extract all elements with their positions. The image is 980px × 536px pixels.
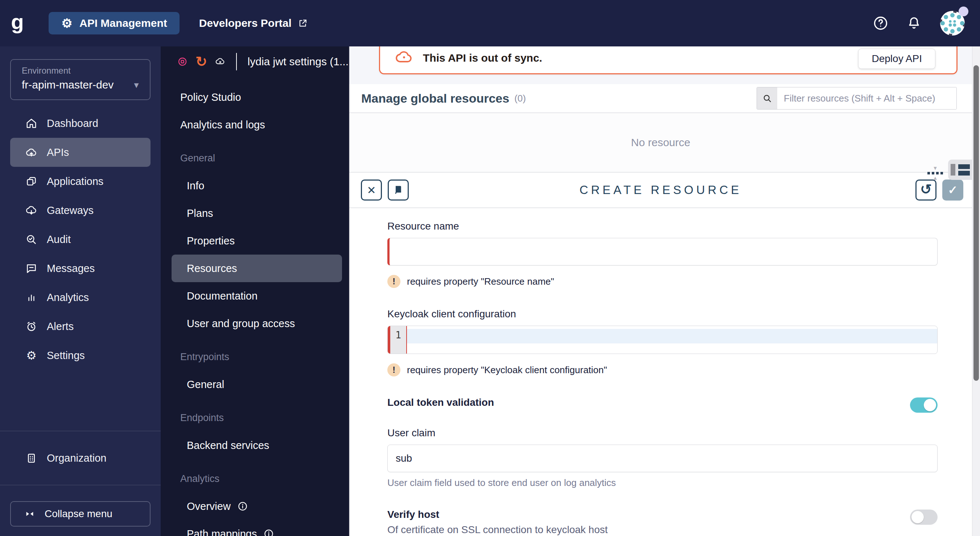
sidebar-item-label: Alerts: [47, 321, 74, 332]
api-menu-path-mappings[interactable]: Path mappings: [172, 520, 342, 536]
cloud-upload-icon: [25, 146, 37, 159]
documentation-book-button[interactable]: [388, 180, 409, 200]
home-icon: [25, 118, 37, 129]
sidebar-item-applications[interactable]: Applications: [10, 167, 151, 196]
out-of-sync-icon: ↻: [196, 55, 207, 68]
local-token-validation-toggle[interactable]: [910, 398, 937, 413]
scrollbar[interactable]: [972, 46, 980, 536]
api-menu-plans[interactable]: Plans: [172, 199, 342, 227]
sidebar-item-label: Settings: [47, 350, 85, 361]
api-menu-section-entrypoints: Entrypoints: [172, 343, 342, 371]
sidebar-item-analytics[interactable]: Analytics: [10, 283, 151, 312]
close-button[interactable]: ✕: [361, 180, 382, 200]
resource-count: (0): [514, 93, 526, 104]
api-menu-policy-studio[interactable]: Policy Studio: [172, 83, 342, 111]
api-menu-section-general: General: [172, 144, 342, 172]
help-icon[interactable]: [873, 15, 889, 31]
user-claim-label: User claim: [387, 427, 937, 439]
sidebar-item-label: Audit: [47, 234, 71, 245]
sync-warning-cloud-icon: [395, 48, 414, 66]
sidebar-item-label: Organization: [47, 452, 106, 464]
app-switcher-api-management[interactable]: ⚙ API Management: [49, 12, 180, 35]
api-menu-analytics-and-logs[interactable]: Analytics and logs: [172, 111, 342, 138]
resource-name-label: Resource name: [387, 221, 937, 232]
reset-icon: ↺: [920, 183, 932, 196]
warning-icon: !: [387, 363, 401, 377]
alarm-clock-icon: [25, 321, 37, 332]
bar-chart-icon: [25, 291, 37, 304]
chevron-down-icon: ▾: [134, 80, 138, 91]
filter-resources-input[interactable]: [777, 87, 956, 109]
empty-state-text: No resource: [631, 136, 690, 149]
out-of-sync-banner: This API is out of sync. Deploy API: [379, 46, 958, 74]
sidebar-item-label: Dashboard: [47, 118, 98, 129]
developers-portal-link[interactable]: Developers Portal: [199, 17, 308, 29]
collapse-menu-button[interactable]: Collapse menu: [10, 501, 151, 526]
sidebar-item-dashboard[interactable]: Dashboard: [10, 109, 151, 138]
user-avatar[interactable]: [939, 10, 966, 36]
primary-nav: Dashboard APIs Applications Gateways: [10, 109, 151, 370]
environment-value: fr-apim-master-dev: [22, 79, 113, 91]
create-resource-form: Resource name ! requires property "Resou…: [349, 208, 972, 536]
sidebar-item-alerts[interactable]: Alerts: [10, 312, 151, 341]
keycloak-config-editor[interactable]: 1: [387, 326, 937, 354]
line-number: 1: [390, 326, 406, 353]
api-menu-resources[interactable]: Resources: [172, 254, 342, 282]
confirm-create-button[interactable]: ✓: [942, 180, 963, 200]
api-menu-backend-services[interactable]: Backend services: [172, 431, 342, 459]
organization-icon: [25, 452, 37, 464]
create-resource-header: ✕ CREATE RESOURCE ↺ ✓: [349, 173, 972, 207]
search-icon: [757, 87, 777, 109]
split-view-toggle-icon[interactable]: [948, 159, 972, 180]
environment-selector[interactable]: Environment fr-apim-master-dev ▾: [10, 59, 151, 100]
header-divider: [236, 53, 237, 70]
deploy-api-button[interactable]: Deploy API: [858, 49, 935, 69]
resources-panel: Manage global resources (0) No resource: [349, 84, 972, 536]
app-switcher-label: API Management: [80, 17, 167, 29]
api-menu-entrypoints-general[interactable]: General: [172, 371, 342, 398]
api-menu-overview[interactable]: Overview: [172, 493, 342, 520]
resources-empty-area: No resource ▾ ▴: [349, 113, 972, 172]
verify-host-toggle[interactable]: [910, 509, 937, 525]
keycloak-config-error: requires property "Keycloak client confi…: [407, 364, 607, 376]
sidebar-item-gateways[interactable]: Gateways: [10, 196, 151, 225]
api-menu-user-group-access[interactable]: User and group access: [172, 310, 342, 337]
panel-resize-handle[interactable]: ▾ ▴: [928, 165, 943, 181]
banner-message: This API is out of sync.: [423, 52, 542, 64]
active-line-highlight: [407, 329, 937, 344]
check-icon: ✓: [948, 183, 958, 197]
scrollbar-thumb[interactable]: [974, 65, 979, 381]
sidebar-item-label: APIs: [47, 146, 69, 159]
api-menu-section-endpoints: Endpoints: [172, 404, 342, 431]
audit-search-check-icon: [25, 234, 37, 245]
collapse-menu-label: Collapse menu: [45, 508, 113, 520]
warning-icon: !: [387, 275, 401, 288]
api-menu-properties[interactable]: Properties: [172, 227, 342, 254]
user-claim-input[interactable]: [387, 445, 937, 472]
gravitee-logo[interactable]: g: [0, 11, 35, 35]
sidebar-item-audit[interactable]: Audit: [10, 225, 151, 254]
gear-icon: ⚙: [25, 350, 37, 361]
sidebar-item-label: Analytics: [47, 291, 89, 304]
filter-resources-box: [757, 87, 957, 110]
sidebar-item-messages[interactable]: Messages: [10, 254, 151, 283]
api-menu-documentation[interactable]: Documentation: [172, 282, 342, 310]
collapse-icon: [24, 509, 35, 519]
main-content: This API is out of sync. Deploy API Mana…: [349, 46, 980, 536]
info-icon: [237, 501, 248, 512]
book-icon: [392, 184, 404, 196]
sidebar-item-apis[interactable]: APIs: [10, 138, 151, 167]
notifications-bell-icon[interactable]: [906, 15, 922, 31]
message-icon: [25, 262, 37, 275]
gear-badge-icon: ⚙: [61, 17, 73, 29]
user-claim-hint: User claim field used to store end user …: [387, 477, 937, 488]
sidebar-item-organization[interactable]: Organization: [10, 444, 151, 472]
reset-button[interactable]: ↺: [915, 180, 937, 200]
primary-sidebar: Environment fr-apim-master-dev ▾ Dashboa…: [0, 46, 161, 536]
external-link-icon: [298, 18, 308, 29]
api-menu-info[interactable]: Info: [172, 172, 342, 199]
error-marker-strip: [388, 326, 390, 353]
resource-name-input[interactable]: [387, 238, 937, 266]
api-title: lydia jwt settings (1...: [248, 56, 348, 68]
sidebar-item-settings[interactable]: ⚙ Settings: [10, 341, 151, 370]
